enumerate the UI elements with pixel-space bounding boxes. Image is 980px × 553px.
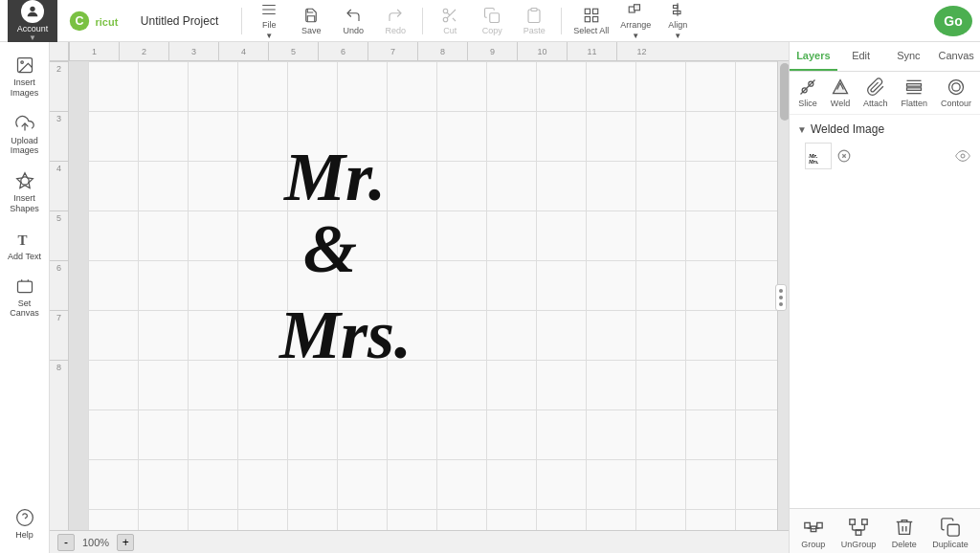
zoom-out-button[interactable]: - — [57, 534, 75, 551]
ruler-tick-v-7: 7 — [50, 310, 68, 360]
layer-items: Mr.Mrs. — [790, 140, 980, 172]
tab-edit[interactable]: Edit — [837, 42, 885, 71]
layer-visibility-toggle[interactable] — [953, 146, 972, 166]
svg-rect-7 — [592, 9, 597, 13]
cut-label: Cut — [443, 26, 457, 35]
svg-rect-14 — [674, 11, 681, 14]
svg-text:Mrs.: Mrs. — [278, 297, 412, 367]
ruler-tick-5: 5 — [268, 42, 318, 60]
svg-text:C: C — [75, 13, 83, 27]
ruler-tick-v-8: 8 — [50, 360, 68, 409]
tab-canvas[interactable]: Canvas — [932, 42, 980, 71]
ruler-tick-12: 12 — [616, 42, 666, 60]
svg-point-16 — [20, 61, 22, 64]
arrange-button[interactable]: Arrange ▼ — [616, 0, 655, 42]
delete-button[interactable]: Delete — [892, 517, 917, 549]
sidebar-item-set-canvas[interactable]: Set Canvas — [2, 271, 48, 323]
ruler-top: 1 2 3 4 5 6 7 8 9 10 11 12 — [50, 42, 789, 61]
svg-line-43 — [807, 528, 813, 529]
duplicate-button[interactable]: Duplicate — [932, 517, 969, 549]
align-button[interactable]: Align ▼ — [658, 0, 697, 42]
layers-section: ▼ Welded Image Mr.Mrs. — [790, 115, 980, 508]
panel-bottom: Group UnGroup Delete Duplicate — [790, 508, 980, 553]
ruler-tick-v-6: 6 — [50, 260, 68, 310]
action-flatten-label: Flatten — [902, 99, 928, 108]
tab-layers[interactable]: Layers — [790, 42, 837, 71]
sidebar-item-help[interactable]: Help — [2, 502, 48, 545]
panel-tabs: Layers Edit Sync Canvas — [790, 42, 980, 72]
action-slice[interactable]: Slice — [798, 77, 817, 108]
svg-line-50 — [853, 530, 858, 531]
svg-point-0 — [30, 6, 34, 11]
action-attach-label: Attach — [863, 99, 888, 108]
go-button[interactable]: Go — [934, 6, 972, 36]
layer-item-mr-mrs[interactable]: Mr.Mrs. — [797, 140, 980, 172]
svg-line-51 — [858, 530, 864, 531]
undo-button[interactable]: Undo — [334, 0, 372, 42]
sidebar-item-set-canvas-label: Set Canvas — [6, 299, 44, 318]
toolbar-sep-3 — [561, 8, 562, 34]
layer-delete-button[interactable] — [835, 147, 853, 165]
svg-text:Mrs.: Mrs. — [808, 159, 818, 165]
action-weld[interactable]: Weld — [831, 77, 850, 108]
svg-rect-8 — [585, 16, 590, 21]
action-flatten[interactable]: Flatten — [902, 77, 928, 108]
zoom-in-button[interactable]: + — [117, 534, 134, 551]
ruler-tick-6: 6 — [318, 42, 368, 60]
file-button[interactable]: File ▼ — [250, 0, 288, 42]
ruler-tick-8: 8 — [417, 42, 467, 60]
account-icon — [21, 0, 44, 23]
svg-rect-21 — [17, 281, 32, 293]
panel-toggle-dots[interactable] — [775, 284, 787, 311]
ruler-tick-v-5: 5 — [50, 210, 68, 260]
canvas-grid[interactable]: Mr. & Mrs. — [88, 61, 789, 530]
paste-button[interactable]: Paste — [515, 0, 553, 42]
cricut-logo: C ricut — [69, 11, 129, 32]
svg-rect-13 — [674, 6, 679, 9]
ruler-tick-1: 1 — [69, 42, 119, 60]
sidebar-item-add-text[interactable]: T Add Text — [2, 224, 48, 267]
account-button[interactable]: Account ▼ — [8, 0, 57, 42]
tab-sync[interactable]: Sync — [885, 42, 933, 71]
svg-rect-9 — [592, 16, 597, 21]
copy-label: Copy — [482, 26, 502, 35]
redo-label: Redo — [385, 26, 406, 35]
sidebar-item-upload-images[interactable]: Upload Images — [2, 108, 48, 163]
layer-group-welded: ▼ Welded Image Mr.Mrs. — [790, 119, 980, 172]
toolbar-sep-2 — [422, 8, 423, 34]
sidebar-item-insert-shapes[interactable]: Insert Shapes — [2, 166, 48, 220]
ruler-tick-v-4: 4 — [50, 161, 68, 210]
sidebar-item-insert-images[interactable]: Insert Images — [2, 50, 48, 104]
duplicate-label: Duplicate — [932, 540, 969, 549]
canvas-with-ruler: 2 3 4 5 6 7 8 Mr. & Mrs. — [50, 61, 789, 530]
svg-rect-30 — [907, 84, 922, 87]
copy-button[interactable]: Copy — [473, 0, 511, 42]
cut-button[interactable]: Cut — [431, 0, 469, 42]
ungroup-button[interactable]: UnGroup — [841, 517, 877, 549]
action-contour[interactable]: Contour — [941, 77, 971, 108]
group-button[interactable]: Group — [801, 517, 825, 549]
svg-text:Mr.: Mr. — [283, 139, 386, 215]
layer-group-header[interactable]: ▼ Welded Image — [790, 119, 980, 140]
canvas-area: 1 2 3 4 5 6 7 8 9 10 11 12 2 3 4 5 — [50, 42, 789, 553]
select-all-button[interactable]: Select All — [569, 0, 612, 42]
sidebar-item-add-text-label: Add Text — [8, 252, 41, 261]
layer-group-name: Welded Image — [811, 122, 972, 136]
svg-line-29 — [800, 80, 814, 95]
scrollbar-v-handle[interactable] — [780, 63, 789, 121]
project-title: Untitled Project — [141, 14, 218, 28]
sidebar-item-help-label: Help — [15, 530, 33, 540]
ruler-side: 2 3 4 5 6 7 8 — [50, 61, 69, 530]
svg-rect-6 — [585, 9, 590, 13]
action-slice-label: Slice — [798, 99, 817, 108]
ruler-tick-10: 10 — [517, 42, 567, 60]
redo-button[interactable]: Redo — [376, 0, 414, 42]
svg-point-22 — [16, 510, 33, 526]
action-attach[interactable]: Attach — [863, 77, 888, 108]
save-label: Save — [301, 26, 322, 35]
save-button[interactable]: Save — [292, 0, 330, 42]
ungroup-label: UnGroup — [841, 540, 877, 549]
canvas-bottom-bar: - 100% + — [50, 530, 789, 553]
svg-text:T: T — [17, 232, 27, 248]
ruler-tick-v-2: 2 — [50, 61, 68, 111]
